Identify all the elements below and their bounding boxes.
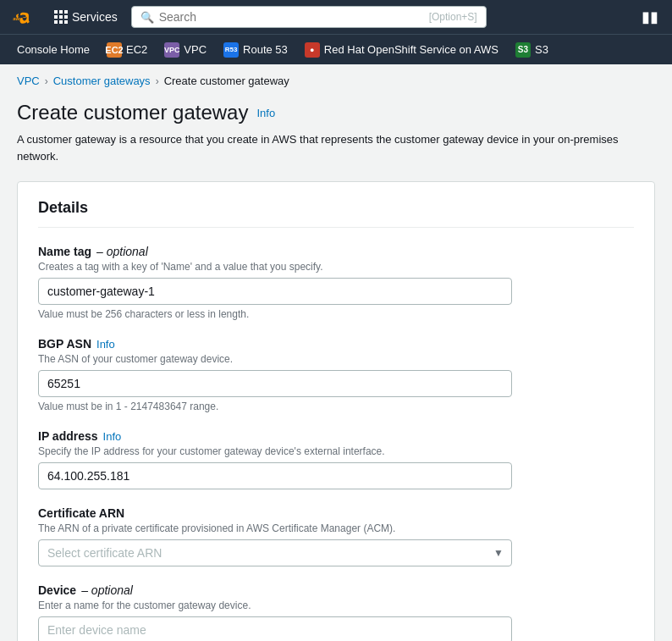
ip-address-label: IP address Info <box>38 429 634 443</box>
page-description: A customer gateway is a resource that yo… <box>17 131 655 164</box>
search-bar[interactable]: 🔍 [Option+S] <box>131 6 487 28</box>
vpc-label: VPC <box>184 43 207 56</box>
ec2-badge: EC2 <box>107 42 122 58</box>
bgp-asn-input[interactable] <box>38 370 512 397</box>
device-input[interactable] <box>38 616 512 641</box>
vpc-badge: VPC <box>164 42 179 58</box>
bgp-asn-info-link[interactable]: Info <box>96 338 115 351</box>
svg-text:aws: aws <box>13 16 23 21</box>
name-tag-hint: Value must be 256 characters or less in … <box>38 308 634 320</box>
nav-item-s3[interactable]: S3 S3 <box>509 39 555 61</box>
name-tag-optional: – optional <box>96 245 148 258</box>
form-card-title: Details <box>38 199 634 228</box>
name-tag-input[interactable] <box>38 278 512 305</box>
breadcrumb-sep-1: › <box>45 75 48 87</box>
device-field: Device – optional Enter a name for the c… <box>38 583 634 641</box>
cloud-shell-button[interactable]: ▮▮ <box>638 4 662 30</box>
breadcrumb-customer-gateways[interactable]: Customer gateways <box>53 75 151 87</box>
top-navigation: aws Services 🔍 [Option+S] ▮▮ <box>0 0 672 34</box>
s3-label: S3 <box>535 43 548 56</box>
route53-badge: R53 <box>223 42 239 58</box>
content-wrapper: VPC › Customer gateways › Create custome… <box>0 64 672 641</box>
name-tag-field: Name tag – optional Creates a tag with a… <box>38 245 634 320</box>
breadcrumb-vpc[interactable]: VPC <box>17 75 40 87</box>
grid-icon <box>54 10 68 24</box>
services-button[interactable]: Services <box>47 7 124 27</box>
name-tag-description: Creates a tag with a key of 'Name' and a… <box>38 261 634 273</box>
ip-address-input[interactable] <box>38 462 512 489</box>
nav-item-route53[interactable]: R53 Route 53 <box>217 39 295 61</box>
openshift-badge: ● <box>305 42 320 58</box>
page-title-info-link[interactable]: Info <box>256 107 275 119</box>
bgp-asn-field: BGP ASN Info The ASN of your customer ga… <box>38 337 634 412</box>
nav-item-vpc[interactable]: VPC VPC <box>157 39 213 61</box>
secondary-navigation: Console Home EC2 EC2 VPC VPC R53 Route 5… <box>0 34 672 64</box>
device-label: Device – optional <box>38 583 634 597</box>
nav-item-console-home[interactable]: Console Home <box>10 40 96 59</box>
page-header: Create customer gateway Info A customer … <box>0 94 672 174</box>
bgp-asn-label: BGP ASN Info <box>38 337 634 351</box>
nav-item-ec2[interactable]: EC2 EC2 <box>100 39 154 61</box>
form-card: Details Name tag – optional Creates a ta… <box>17 181 655 641</box>
search-shortcut: [Option+S] <box>429 11 477 23</box>
bgp-asn-description: The ASN of your customer gateway device. <box>38 353 634 365</box>
certificate-arn-select-wrapper: Select certificate ARN ▼ <box>38 539 512 566</box>
breadcrumb-current: Create customer gateway <box>164 75 289 87</box>
device-description: Enter a name for the customer gateway de… <box>38 600 634 611</box>
console-home-label: Console Home <box>17 43 90 56</box>
certificate-arn-label: Certificate ARN <box>38 506 634 520</box>
services-label: Services <box>72 10 118 24</box>
search-input[interactable] <box>159 10 424 24</box>
certificate-arn-field: Certificate ARN The ARN of a private cer… <box>38 506 634 566</box>
breadcrumb: VPC › Customer gateways › Create custome… <box>0 64 672 94</box>
ec2-label: EC2 <box>126 43 147 56</box>
openshift-label: Red Hat OpenShift Service on AWS <box>324 43 498 56</box>
ip-address-field: IP address Info Specify the IP address f… <box>38 429 634 489</box>
bgp-asn-hint: Value must be in 1 - 2147483647 range. <box>38 401 634 412</box>
certificate-arn-description: The ARN of a private certificate provisi… <box>38 522 634 534</box>
nav-item-openshift[interactable]: ● Red Hat OpenShift Service on AWS <box>298 39 505 61</box>
device-optional: – optional <box>81 583 133 597</box>
ip-address-info-link[interactable]: Info <box>103 430 122 443</box>
route53-label: Route 53 <box>243 43 288 56</box>
ip-address-description: Specify the IP address for your customer… <box>38 445 634 457</box>
s3-badge: S3 <box>515 42 531 58</box>
page-title: Create customer gateway Info <box>17 101 655 124</box>
aws-logo[interactable]: aws <box>10 8 37 25</box>
certificate-arn-select[interactable]: Select certificate ARN <box>38 539 512 566</box>
name-tag-label: Name tag – optional <box>38 245 634 258</box>
search-icon: 🔍 <box>140 11 154 24</box>
breadcrumb-sep-2: › <box>156 75 159 87</box>
